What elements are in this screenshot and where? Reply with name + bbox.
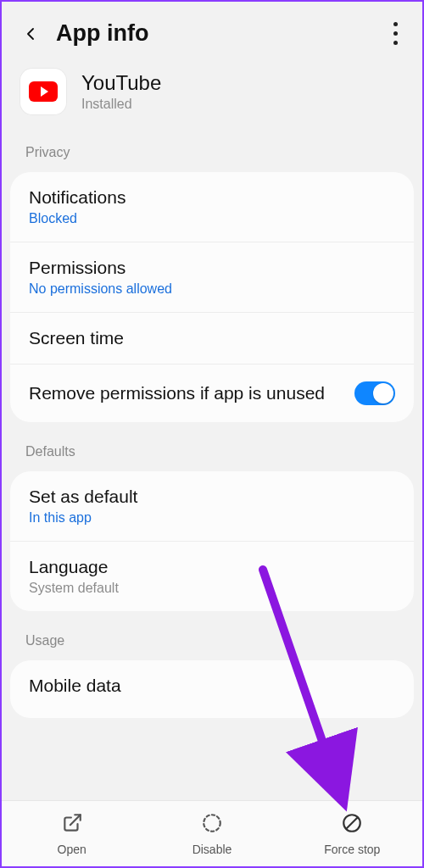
item-title: Language [29,557,395,577]
screen-time-item[interactable]: Screen time [10,312,414,364]
force-stop-icon [341,812,363,837]
force-stop-button[interactable]: Force stop [282,801,422,866]
app-name: YouTube [81,71,161,95]
youtube-icon [20,69,66,114]
section-label-defaults: Defaults [2,444,422,471]
item-subtitle: No permissions allowed [29,281,395,297]
page-title: App info [56,20,385,47]
usage-card: Mobile data [10,660,414,718]
set-as-default-item[interactable]: Set as default In this app [10,471,414,541]
button-label: Disable [192,843,232,856]
svg-point-2 [204,815,220,832]
back-button[interactable] [19,22,42,46]
notifications-item[interactable]: Notifications Blocked [10,172,414,242]
app-header: YouTube Installed [2,62,422,145]
permissions-item[interactable]: Permissions No permissions allowed [10,242,414,312]
item-title: Permissions [29,258,395,278]
remove-permissions-item[interactable]: Remove permissions if app is unused [10,364,414,422]
item-subtitle: In this app [29,510,395,526]
button-label: Force stop [324,843,380,856]
app-status: Installed [81,97,161,112]
item-title: Screen time [29,328,395,348]
language-item[interactable]: Language System default [10,541,414,611]
item-title: Notifications [29,187,395,208]
item-title: Mobile data [29,676,395,696]
more-options-button[interactable] [385,22,405,46]
disable-icon [201,812,223,837]
item-title: Set as default [29,487,395,507]
disable-button[interactable]: Disable [142,801,282,866]
svg-line-1 [70,815,80,825]
remove-permissions-toggle[interactable] [354,381,395,405]
privacy-card: Notifications Blocked Permissions No per… [10,172,414,422]
mobile-data-item[interactable]: Mobile data [10,660,414,718]
open-button[interactable]: Open [2,801,142,866]
button-label: Open [58,843,86,856]
section-label-usage: Usage [2,633,422,660]
bottom-action-bar: Open Disable Force stop [2,800,422,866]
item-subtitle: System default [29,581,395,596]
svg-line-4 [347,817,358,828]
open-icon [61,812,83,837]
section-label-privacy: Privacy [2,145,422,172]
defaults-card: Set as default In this app Language Syst… [10,471,414,611]
item-subtitle: Blocked [29,211,395,226]
item-title: Remove permissions if app is unused [29,381,341,404]
